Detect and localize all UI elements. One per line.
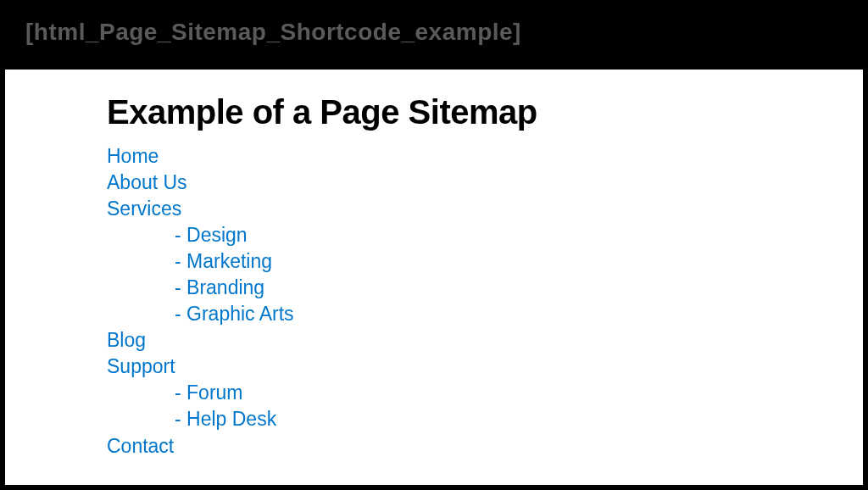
sitemap-link-contact[interactable]: Contact bbox=[107, 433, 761, 459]
sitemap-link-help-desk[interactable]: Help Desk bbox=[175, 406, 761, 432]
sitemap-list: Home About Us Services Design Marketing … bbox=[107, 143, 761, 459]
sitemap-sublist-services: Design Marketing Branding Graphic Arts bbox=[107, 222, 761, 327]
sitemap-link-forum[interactable]: Forum bbox=[175, 380, 761, 406]
header-bar: [html_Page_Sitemap_Shortcode_example] bbox=[0, 0, 868, 70]
sitemap-link-support[interactable]: Support bbox=[107, 354, 761, 380]
content-area: Example of a Page Sitemap Home About Us … bbox=[5, 70, 863, 485]
sitemap-sublist-support: Forum Help Desk bbox=[107, 380, 761, 432]
sitemap-link-design[interactable]: Design bbox=[175, 222, 761, 248]
page-title: Example of a Page Sitemap bbox=[107, 93, 761, 131]
sitemap-link-about[interactable]: About Us bbox=[107, 170, 761, 196]
sitemap-link-services[interactable]: Services bbox=[107, 196, 761, 222]
shortcode-label: [html_Page_Sitemap_Shortcode_example] bbox=[25, 19, 843, 46]
sitemap-link-home[interactable]: Home bbox=[107, 143, 761, 170]
sitemap-link-marketing[interactable]: Marketing bbox=[175, 248, 761, 275]
sitemap-link-graphic-arts[interactable]: Graphic Arts bbox=[175, 301, 761, 327]
sitemap-link-blog[interactable]: Blog bbox=[107, 327, 761, 354]
sitemap-link-branding[interactable]: Branding bbox=[175, 275, 761, 301]
